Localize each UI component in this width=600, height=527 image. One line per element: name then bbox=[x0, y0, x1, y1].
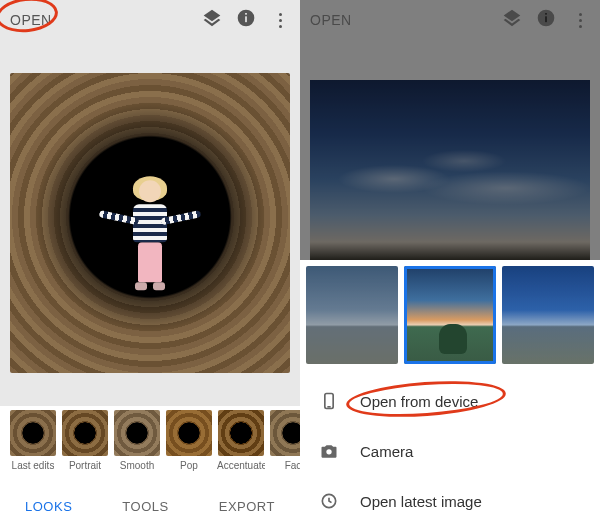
tab-tools[interactable]: TOOLS bbox=[122, 499, 168, 514]
screenshot-right: OPEN bbox=[300, 0, 600, 527]
open-menu: Open from device Camera Open latest imag… bbox=[300, 370, 600, 526]
open-button[interactable]: OPEN bbox=[310, 12, 352, 28]
filter-label: Fac bbox=[285, 460, 300, 471]
topbar: OPEN bbox=[0, 0, 300, 40]
svg-rect-4 bbox=[545, 16, 547, 22]
svg-rect-1 bbox=[245, 16, 247, 22]
menu-label: Open latest image bbox=[360, 493, 482, 510]
screenshot-left: OPEN bbox=[0, 0, 300, 527]
svg-rect-2 bbox=[245, 13, 247, 15]
image-canvas[interactable] bbox=[0, 40, 300, 406]
recent-images-strip bbox=[300, 260, 600, 370]
filter-label: Accentuate bbox=[217, 460, 265, 471]
filter-label: Portrait bbox=[69, 460, 101, 471]
device-icon bbox=[318, 390, 340, 412]
layers-icon[interactable] bbox=[502, 8, 522, 32]
svg-point-8 bbox=[326, 449, 331, 454]
recent-image[interactable] bbox=[502, 266, 594, 364]
overflow-menu-icon[interactable] bbox=[270, 10, 290, 30]
menu-label: Camera bbox=[360, 443, 413, 460]
filter-item[interactable]: Last edits bbox=[8, 410, 58, 486]
filter-item[interactable]: Portrait bbox=[60, 410, 110, 486]
clock-icon bbox=[318, 490, 340, 512]
main-photo bbox=[10, 73, 290, 373]
info-icon[interactable] bbox=[236, 8, 256, 32]
filter-label: Pop bbox=[180, 460, 198, 471]
tab-export[interactable]: EXPORT bbox=[219, 499, 275, 514]
filter-label: Last edits bbox=[12, 460, 55, 471]
bottom-tabs: LOOKS TOOLS EXPORT bbox=[0, 486, 300, 527]
filter-item[interactable]: Fac bbox=[268, 410, 300, 486]
info-icon[interactable] bbox=[536, 8, 556, 32]
open-button[interactable]: OPEN bbox=[10, 12, 52, 28]
menu-open-latest[interactable]: Open latest image bbox=[300, 476, 600, 526]
filter-item[interactable]: Accentuate bbox=[216, 410, 266, 486]
menu-open-from-device[interactable]: Open from device bbox=[300, 376, 600, 426]
filter-label: Smooth bbox=[120, 460, 154, 471]
menu-label: Open from device bbox=[360, 393, 478, 410]
dimmed-background: OPEN bbox=[300, 0, 600, 260]
recent-image-selected[interactable] bbox=[404, 266, 496, 364]
layers-icon[interactable] bbox=[202, 8, 222, 32]
background-photo bbox=[310, 80, 590, 260]
overflow-menu-icon[interactable] bbox=[570, 10, 590, 30]
filter-item[interactable]: Pop bbox=[164, 410, 214, 486]
filter-item[interactable]: Smooth bbox=[112, 410, 162, 486]
recent-image[interactable] bbox=[306, 266, 398, 364]
looks-filter-strip: Last edits Portrait Smooth Pop Accentuat… bbox=[0, 406, 300, 486]
svg-rect-5 bbox=[545, 13, 547, 15]
camera-icon bbox=[318, 440, 340, 462]
menu-camera[interactable]: Camera bbox=[300, 426, 600, 476]
topbar: OPEN bbox=[300, 0, 600, 40]
open-sheet: Open from device Camera Open latest imag… bbox=[300, 260, 600, 527]
tab-looks[interactable]: LOOKS bbox=[25, 499, 72, 514]
